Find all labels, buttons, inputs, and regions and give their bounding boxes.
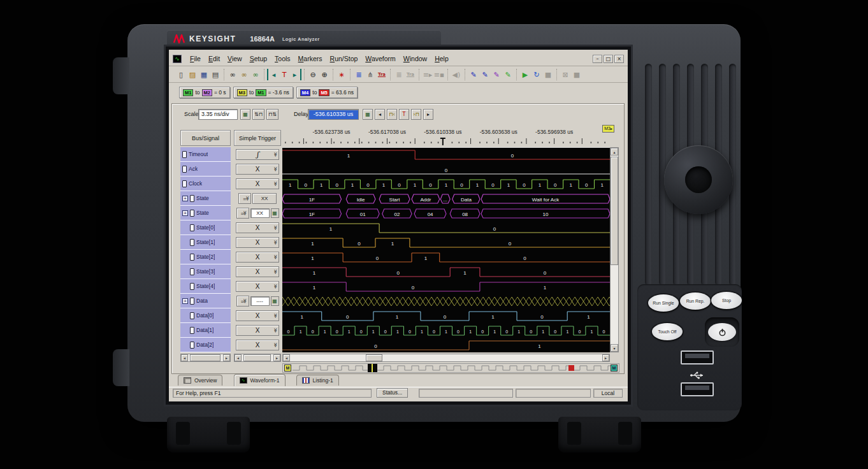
scale-zoom-in-pair-icon[interactable]: ⊓⇅: [266, 109, 278, 120]
wave-row-state-4-9[interactable]: 101: [282, 282, 610, 291]
trigger-any-button[interactable]: X≫: [236, 266, 279, 277]
delay-goto-trigger-icon[interactable]: T: [399, 109, 409, 120]
menu-view[interactable]: View: [228, 55, 242, 62]
stop-button[interactable]: Stop: [711, 292, 742, 309]
minimize-button[interactable]: –: [593, 55, 602, 63]
overview-setup-icon[interactable]: ≣: [353, 69, 365, 80]
menu-tools[interactable]: Tools: [275, 55, 291, 62]
delay-input[interactable]: -536.610338 us: [308, 109, 359, 120]
wave-row-data-1-12[interactable]: 010101010101010101010101010: [282, 326, 610, 335]
menu-edit[interactable]: Edit: [208, 55, 220, 62]
wave-row-state-4[interactable]: 1F0102040810: [282, 209, 610, 218]
bus-row-data-1-12[interactable]: Data[1]: [180, 323, 231, 338]
goto-begin-icon[interactable]: ◂: [267, 69, 278, 80]
delay-prev-edge-icon[interactable]: ⊓‹: [387, 109, 397, 120]
simple-trigger-header[interactable]: Simple Trigger: [234, 130, 281, 146]
new-icon[interactable]: ▯: [175, 69, 187, 80]
waveform-scrollbar[interactable]: ◂ ▸: [282, 354, 610, 362]
restore-button[interactable]: □: [604, 55, 613, 63]
place-marker-2-icon[interactable]: ✎: [479, 69, 491, 80]
bus-row-data-10[interactable]: +Data: [180, 294, 231, 308]
bus-row-state-1-6[interactable]: State[1]: [180, 235, 231, 250]
trigger-equals-button[interactable]: =≫: [236, 208, 249, 219]
place-marker-3-icon[interactable]: ✎: [491, 69, 502, 80]
pan-tools-icon[interactable]: ∗: [336, 69, 347, 80]
scroll-right-icon[interactable]: ▸: [223, 354, 230, 361]
waveform-scroll-thumb[interactable]: [366, 354, 382, 361]
insert-row-after-icon[interactable]: ≡▪: [433, 69, 445, 80]
wave-row-state-3[interactable]: 1FIdleStartAddr...DataWait for Ack: [282, 194, 610, 203]
trigger-any-button[interactable]: X≫: [236, 340, 279, 350]
vertical-scrollbar[interactable]: ▴ ▾: [610, 147, 619, 352]
scroll-down-icon[interactable]: ▾: [611, 344, 618, 352]
bus-row-state-3[interactable]: +State: [180, 191, 231, 206]
wave-row-state-0-5[interactable]: 10: [282, 224, 610, 233]
wave-row-clock-2[interactable]: 101010101010101010101: [282, 180, 610, 189]
wave-row-state-3-8[interactable]: 1010: [282, 268, 610, 277]
bus-column-scrollbar[interactable]: ◂ ▸: [180, 354, 231, 362]
value-picker-icon[interactable]: ▦: [271, 208, 279, 218]
scale-input[interactable]: 3.35 ns/div: [198, 109, 238, 120]
expander-icon[interactable]: +: [182, 298, 188, 304]
save-icon[interactable]: ▦: [198, 69, 210, 80]
goto-end-icon[interactable]: ▸: [290, 69, 301, 80]
delay-goto-begin-icon[interactable]: ◂: [375, 109, 385, 120]
bus-row-state-0-5[interactable]: State[0]: [180, 220, 231, 235]
bus-row-state-4[interactable]: +State: [180, 206, 231, 220]
overview-view-cursor[interactable]: [368, 364, 377, 372]
find-prev-icon[interactable]: ∞: [238, 69, 250, 80]
halt-icon[interactable]: ■: [571, 69, 582, 80]
delay-next-edge-icon[interactable]: ›⊓: [411, 109, 421, 120]
stop-run-icon[interactable]: ■: [542, 69, 554, 80]
trigger-any-button[interactable]: X≫: [236, 252, 279, 263]
marker-readout-1[interactable]: M1toM2= 0 s: [179, 87, 230, 98]
wave-row-state-1-6[interactable]: 1010: [282, 238, 610, 247]
run-icon[interactable]: ▶: [519, 69, 531, 80]
value-picker-icon[interactable]: ▦: [271, 296, 279, 306]
run-repetitive-icon[interactable]: ↻: [531, 69, 542, 80]
trigger-any-button[interactable]: X≫: [236, 237, 279, 248]
overview-trigger-marker[interactable]: [568, 365, 574, 371]
power-button[interactable]: [708, 323, 736, 341]
bus-row-state-2-7[interactable]: State[2]: [180, 250, 231, 264]
marker-readout-3[interactable]: M4toM5= 63.6 ns: [296, 87, 358, 98]
trigger-any-button[interactable]: X≫: [236, 178, 279, 189]
marker-flag-m3[interactable]: M3: [602, 125, 614, 133]
overview-left-marker[interactable]: M: [284, 364, 291, 372]
touch-off-button[interactable]: Touch Off: [652, 323, 683, 340]
scroll-left-icon[interactable]: ◂: [283, 354, 290, 361]
scale-zoom-out-pair-icon[interactable]: ⇅⊓: [252, 109, 264, 120]
wave-row-timeout-0[interactable]: 10: [282, 150, 610, 159]
menu-window[interactable]: Window: [403, 55, 427, 62]
wave-row-data-10[interactable]: [282, 297, 610, 306]
find-next-icon[interactable]: ∞: [250, 69, 261, 80]
bus-row-timeout-0[interactable]: Timeout: [180, 147, 231, 162]
scroll-right-icon[interactable]: ▸: [273, 354, 280, 361]
place-marker-1-icon[interactable]: ✎: [468, 69, 479, 80]
bus-row-state-4-9[interactable]: State[4]: [180, 279, 231, 294]
trigger-any-button[interactable]: X≫: [236, 310, 279, 321]
trigger-value-button[interactable]: XX: [252, 193, 277, 204]
menu-setup[interactable]: Setup: [250, 55, 267, 62]
trigger-any-button[interactable]: X≫: [236, 325, 279, 336]
wave-row-data-0-11[interactable]: 1010101: [282, 312, 610, 321]
trigger-value-field[interactable]: XX: [250, 208, 270, 218]
print-icon[interactable]: ▤: [210, 69, 221, 80]
usb-port-top[interactable]: [681, 350, 714, 364]
menu-file[interactable]: File: [190, 55, 201, 62]
menu-run-stop[interactable]: Run/Stop: [330, 55, 358, 62]
tab-overview[interactable]: Overview: [178, 375, 222, 386]
sound-icon[interactable]: ◀): [451, 69, 462, 80]
trigger-edge-button[interactable]: ʃ≫: [236, 149, 279, 160]
wave-row-ack-1[interactable]: 0: [282, 168, 610, 175]
rotary-knob[interactable]: [664, 145, 733, 214]
bus-row-data-2-13[interactable]: Data[2]: [180, 338, 231, 352]
trigger-scroll-thumb[interactable]: [243, 354, 271, 361]
scroll-left-icon[interactable]: ◂: [235, 354, 242, 361]
scroll-up-icon[interactable]: ▴: [611, 148, 618, 155]
listing-setup-icon[interactable]: ≣: [393, 69, 405, 80]
scroll-right-icon[interactable]: ▸: [602, 354, 609, 361]
wave-row-state-2-7[interactable]: 1010: [282, 253, 610, 262]
trigger-any-button[interactable]: X≫: [236, 222, 279, 233]
trigger-equals-button[interactable]: =≫: [238, 193, 251, 204]
